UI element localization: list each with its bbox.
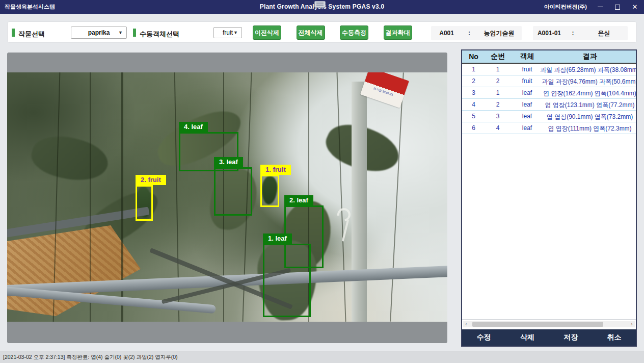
- table-cell: leaf: [511, 98, 544, 110]
- detection-label-fruit-2: 2. fruit: [136, 175, 166, 185]
- table-cell: 5: [462, 110, 485, 122]
- close-icon: ✕: [632, 4, 638, 10]
- delete-all-button[interactable]: 전체삭제: [297, 25, 325, 40]
- close-button[interactable]: ✕: [631, 3, 639, 11]
- detections-layer: 4. leaf3. leaf1. fruit2. fruit2. leaf1. …: [7, 53, 447, 343]
- zone-info-box: A001-01 : 온실: [533, 26, 628, 40]
- detection-box-leaf-3[interactable]: [214, 167, 252, 216]
- camera-image-area: 정식일 20.09.21 4. leaf3. leaf1. fruit2. fr…: [7, 53, 447, 343]
- table-row[interactable]: 42leaf엽 엽장(123.1mm) 엽폭(77.2mm): [462, 98, 636, 110]
- maximize-button[interactable]: [613, 3, 622, 11]
- save-button[interactable]: 저장: [549, 329, 593, 346]
- zone-name: 온실: [580, 29, 628, 38]
- table-cell: 2: [485, 75, 511, 87]
- scrollbar-track[interactable]: [469, 321, 629, 327]
- column-header[interactable]: 결과: [544, 50, 636, 63]
- object-select-label: 수동객체선택: [140, 30, 179, 39]
- toolbar-buttons: 이전삭제전체삭제수동측정결과확대: [253, 25, 416, 40]
- chevron-down-icon: ▼: [118, 30, 123, 35]
- table-cell: leaf: [511, 87, 544, 98]
- cancel-button[interactable]: 취소: [593, 329, 636, 346]
- table-row[interactable]: 22fruit과일 과장(94.76mm) 과폭(50.6mm): [462, 75, 636, 87]
- delete-previous-button[interactable]: 이전삭제: [253, 25, 281, 40]
- crop-select-marker-icon: [12, 29, 15, 37]
- column-header[interactable]: 순번: [485, 50, 511, 63]
- toolbar: 작물선택 paprika ▼ 수동객체선택 fruit ▼ 이전삭제전체삭제수동…: [7, 21, 637, 43]
- crop-select-value: paprika: [88, 29, 110, 36]
- table-cell: leaf: [511, 110, 544, 122]
- table-cell: 1: [485, 87, 511, 98]
- detection-box-fruit-1[interactable]: [260, 175, 279, 207]
- title-bar: 작물생육분석시스템 Plant Growth Analysis System P…: [0, 0, 644, 14]
- delete-button[interactable]: 삭제: [505, 329, 549, 346]
- site-code: A001: [431, 30, 462, 37]
- detection-box-leaf-1[interactable]: [263, 244, 311, 317]
- manual-measure-button[interactable]: 수동측정: [340, 25, 368, 40]
- table-cell: fruit: [511, 75, 544, 87]
- detection-label-leaf-3: 3. leaf: [214, 157, 243, 167]
- table-cell: 1: [485, 63, 511, 75]
- table-cell: 4: [462, 98, 485, 110]
- minimize-icon: [598, 7, 603, 7]
- detection-label-leaf-4: 4. leaf: [179, 122, 208, 132]
- window-badge-icon: [314, 1, 326, 8]
- detection-label-leaf-2: 2. leaf: [284, 195, 313, 205]
- company-name: 아이티컨버전(주): [544, 3, 587, 11]
- table-cell: 1: [462, 63, 485, 75]
- minimize-button[interactable]: [596, 3, 604, 11]
- object-select-dropdown[interactable]: fruit ▼: [213, 27, 242, 38]
- table-cell: 3: [485, 110, 511, 122]
- table-cell: 엽 엽장(90.1mm) 엽폭(73.2mm): [544, 110, 636, 122]
- site-separator: :: [462, 30, 476, 37]
- zone-separator: :: [566, 30, 580, 37]
- column-header[interactable]: 객체: [511, 50, 544, 63]
- crop-select-dropdown[interactable]: paprika ▼: [71, 27, 127, 39]
- scrollbar-thumb[interactable]: [472, 322, 603, 327]
- maximize-icon: [615, 5, 620, 10]
- object-select-marker-icon: [133, 29, 136, 37]
- detection-label-fruit-1: 1. fruit: [260, 165, 291, 175]
- scroll-right-icon[interactable]: ›: [629, 321, 635, 327]
- enlarge-result-button[interactable]: 결과확대: [384, 25, 412, 40]
- table-cell: 3: [462, 87, 485, 98]
- status-bar: [2021-03-02 오후 2:37:13] 측정완료: 엽(4) 줄기(0)…: [0, 351, 644, 363]
- table-cell: 과일 과장(94.76mm) 과폭(50.6mm): [544, 75, 636, 87]
- table-cell: 4: [485, 122, 511, 134]
- zone-code: A001-01: [533, 30, 566, 37]
- site-info-box: A001 : 농업기술원: [431, 26, 522, 40]
- status-text: [2021-03-02 오후 2:37:13] 측정완료: 엽(4) 줄기(0)…: [3, 354, 178, 361]
- edit-button[interactable]: 수정: [462, 329, 505, 346]
- table-header-row: No순번객체결과: [462, 50, 636, 63]
- results-panel: No순번객체결과 11fruit과일 과장(65.28mm) 과폭(38.08m…: [461, 49, 637, 347]
- crop-select-label: 작물선택: [18, 30, 45, 39]
- table-row[interactable]: 11fruit과일 과장(65.28mm) 과폭(38.08mm): [462, 63, 636, 75]
- table-cell: 2: [485, 98, 511, 110]
- table-cell: 엽 엽장(111mm) 엽폭(72.3mm): [544, 122, 636, 134]
- chevron-down-icon: ▼: [233, 30, 238, 35]
- table-cell: 엽 엽장(123.1mm) 엽폭(77.2mm): [544, 98, 636, 110]
- site-name: 농업기술원: [476, 29, 522, 38]
- table-row[interactable]: 53leaf엽 엽장(90.1mm) 엽폭(73.2mm): [462, 110, 636, 122]
- table-cell: 과일 과장(65.28mm) 과폭(38.08mm): [544, 63, 636, 75]
- detection-label-leaf-1: 1. leaf: [263, 234, 292, 244]
- table-cell: 6: [462, 122, 485, 134]
- table-cell: 엽 엽장(162.4mm) 엽폭(104.4mm): [544, 87, 636, 98]
- table-cell: fruit: [511, 63, 544, 75]
- action-bar: 수정삭제저장취소: [462, 329, 636, 346]
- object-select-value: fruit: [223, 29, 233, 36]
- results-table-body: 11fruit과일 과장(65.28mm) 과폭(38.08mm)22fruit…: [462, 63, 636, 134]
- column-header[interactable]: No: [462, 50, 485, 63]
- results-table-viewport[interactable]: No순번객체결과 11fruit과일 과장(65.28mm) 과폭(38.08m…: [462, 50, 636, 320]
- table-row[interactable]: 64leaf엽 엽장(111mm) 엽폭(72.3mm): [462, 122, 636, 134]
- detection-box-fruit-2[interactable]: [136, 185, 153, 221]
- table-row[interactable]: 31leaf엽 엽장(162.4mm) 엽폭(104.4mm): [462, 87, 636, 98]
- horizontal-scrollbar[interactable]: ‹ ›: [463, 321, 635, 327]
- table-cell: 2: [462, 75, 485, 87]
- table-cell: leaf: [511, 122, 544, 134]
- results-table: No순번객체결과 11fruit과일 과장(65.28mm) 과폭(38.08m…: [462, 50, 636, 134]
- scroll-left-icon[interactable]: ‹: [463, 321, 469, 327]
